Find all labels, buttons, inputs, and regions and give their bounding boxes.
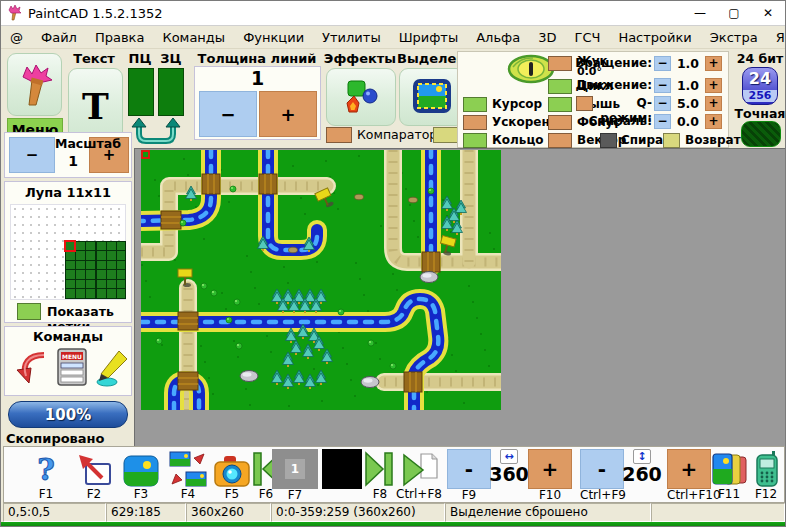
scale-minus-button[interactable]: − [9,137,55,173]
status-mouse-position: 629:185 [106,503,186,522]
line-width-minus-button[interactable]: − [199,91,257,137]
acceleration-swatch[interactable] [463,115,487,130]
color-depth-button[interactable]: 24 256 [742,67,778,105]
status-selection-bounds: 0:0-359:259 (360x260) [271,503,445,522]
options-panel: Курсор Ускорение Кольцо Жук 0.0° Цикл Мы… [457,51,729,148]
comparator-label: Компаратор [357,127,437,143]
menu-item-rng[interactable]: ГСЧ [565,29,609,46]
qmode-plus-button[interactable]: + [705,96,722,111]
qmode-swatch[interactable] [576,96,593,111]
brush-icon [15,63,55,107]
app-icon [6,5,22,21]
comparator-left-swatch[interactable] [326,127,352,143]
titlebar: PaintCAD 1.5.2.1352 — ▢ ✕ [1,1,785,26]
phone-button[interactable]: F12 [746,449,786,501]
status-image-size: 360x260 [186,503,271,522]
menu-item-commands[interactable]: Команды [153,29,234,46]
ring-swatch[interactable] [463,133,487,148]
svg-text:MENU: MENU [62,353,82,360]
menu-item-alpha[interactable]: Альфа [467,29,529,46]
menu-item-extra[interactable]: Экстра [701,29,767,46]
command-menu-button[interactable]: MENU [55,347,89,387]
rotation-label: Вращение: [558,56,652,71]
qmode-minus-button[interactable]: − [654,96,671,111]
layers-button[interactable]: F11 [707,449,751,501]
qmode-value: 5.0 [673,96,703,111]
fg-color-swatch[interactable] [128,68,154,116]
help-icon: ? [22,449,70,488]
selection-button[interactable] [399,68,465,126]
swap-images-icon [164,449,212,488]
vector-swatch[interactable] [548,133,572,148]
progress-button[interactable]: 100% [8,401,128,428]
image-button[interactable]: F3 [117,449,165,501]
show-marks-checkbox[interactable] [17,303,41,320]
draw-command-button[interactable] [95,349,131,387]
width-plus-button[interactable]: + F10 [528,449,572,502]
loupe-preview[interactable] [10,204,126,300]
pen-icon [95,349,131,387]
menu-item-file[interactable]: Файл [32,29,86,46]
ring-label: Кольцо [492,133,544,148]
canvas-image[interactable] [141,150,501,410]
rotation-value: 1.0 [673,56,703,71]
image-icon [117,449,165,488]
height-arrow-icon: ↕ [633,449,650,464]
minimize-button[interactable]: — [683,1,717,25]
maximize-button[interactable]: ▢ [717,1,751,25]
effects-label: Эффекты [323,51,397,66]
swap-colors-button[interactable] [125,117,187,147]
new-page-button[interactable]: Ctrl+F8 [392,449,446,501]
height-minus-button[interactable]: - Ctrl+F9 [580,449,624,502]
rotation-plus-button[interactable]: + [705,56,722,71]
restore-window-button[interactable]: F2 [70,449,118,501]
text-tool-label: Текст [65,51,123,66]
return-mode-swatch[interactable] [663,133,680,148]
effects-button[interactable] [326,68,396,126]
paintcad-window: PaintCAD 1.5.2.1352 — ▢ ✕ @ Файл Правка … [0,0,786,527]
undo-button[interactable] [13,349,49,387]
menu-item-functions[interactable]: Функции [234,29,313,46]
width-minus-button[interactable]: - F9 [447,449,491,502]
line-width-value: 1 [195,67,320,89]
movement-plus-button[interactable]: + [705,78,722,93]
swap-arrows-icon [125,117,187,147]
spiral-value: 0.0 [673,114,703,129]
menu-item-3d[interactable]: 3D [529,29,565,46]
movement-label: Движение: [558,78,652,93]
svg-text:?: ? [37,452,55,487]
mouse-swatch[interactable] [548,97,572,112]
status-bar: 0,5:0,5 629:185 360x260 0:0-359:259 (360… [3,503,785,522]
menu-item-edit[interactable]: Правка [86,29,153,46]
scale-panel: − + Масштаб 1 [4,132,132,178]
line-width-panel: 1 − + [194,66,321,140]
copy-status-label: Скопировано [6,431,105,446]
movement-minus-button[interactable]: − [654,78,671,93]
menu-item-language[interactable]: Язык/Language [767,29,786,46]
menu-item-utilities[interactable]: Утилиты [313,29,390,46]
status-empty-cell [651,503,785,522]
bg-color-swatch[interactable] [158,68,184,116]
precision-button[interactable] [741,121,781,147]
close-button[interactable]: ✕ [751,1,785,25]
menu-device-icon: MENU [55,347,89,387]
menu-item-at[interactable]: @ [1,29,32,46]
rotation-minus-button[interactable]: − [654,56,671,71]
main-menu-button[interactable] [7,53,62,116]
spiral-step-label: Спираль: [558,114,652,129]
cursor-swatch[interactable] [463,97,487,112]
help-button[interactable]: ? F1 [22,449,70,501]
precision-label: Точная [733,106,786,121]
spiral-mode-swatch[interactable] [600,133,617,148]
line-width-plus-button[interactable]: + [259,91,317,137]
menu-item-fonts[interactable]: Шрифты [390,29,468,46]
current-color-well[interactable] [322,449,362,489]
menu-item-settings[interactable]: Настройки [609,29,700,46]
height-plus-button[interactable]: + Ctrl+F10 [667,449,711,502]
comparator-right-swatch[interactable] [433,127,459,143]
swap-images-button[interactable]: F4 [164,449,212,501]
spiral-plus-button[interactable]: + [705,114,722,129]
loupe-cursor-cell [64,240,76,252]
spiral-minus-button[interactable]: − [654,114,671,129]
window-title: PaintCAD 1.5.2.1352 [28,6,163,21]
